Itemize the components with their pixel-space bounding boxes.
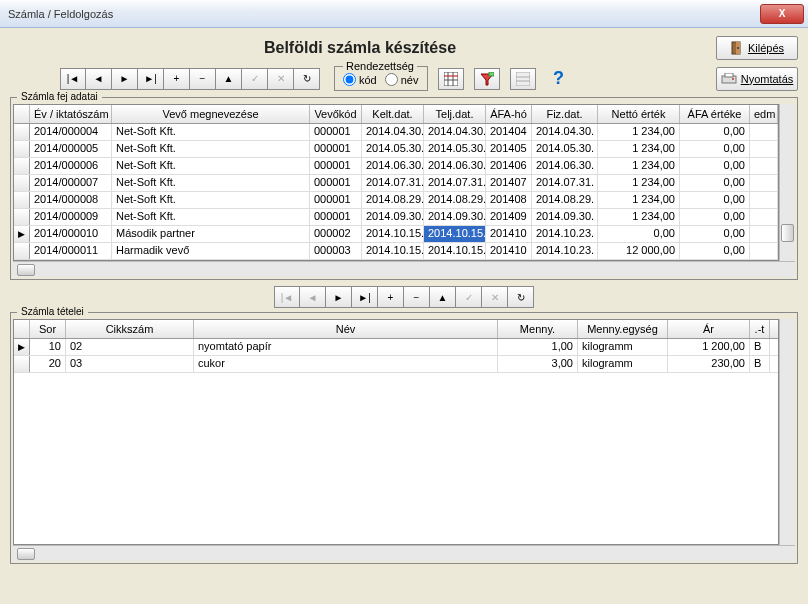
print-button[interactable]: Nyomtatás — [716, 67, 798, 91]
col-menny[interactable]: Menny. — [498, 320, 578, 338]
nav-confirm[interactable]: ✓ — [242, 68, 268, 90]
col-telj[interactable]: Telj.dat. — [424, 105, 486, 123]
det-confirm[interactable]: ✓ — [456, 286, 482, 308]
door-icon — [730, 41, 744, 55]
table-row[interactable]: 2014/000011Harmadik vevő0000032014.10.15… — [14, 243, 778, 260]
svg-rect-3 — [444, 72, 458, 86]
nav-delete[interactable]: − — [190, 68, 216, 90]
nav-next[interactable]: ► — [112, 68, 138, 90]
grid2-button[interactable] — [510, 68, 536, 90]
det-cancel[interactable]: ✕ — [482, 286, 508, 308]
det-prev[interactable]: ◄ — [300, 286, 326, 308]
det-last[interactable]: ►| — [352, 286, 378, 308]
col-kelt[interactable]: Kelt.dat. — [362, 105, 424, 123]
col-netto[interactable]: Nettó érték — [598, 105, 680, 123]
sort-groupbox: Rendezettség kód név — [334, 66, 428, 91]
col-sor[interactable]: Sor — [30, 320, 66, 338]
table-row[interactable]: ▶2014/000010Második partner0000022014.10… — [14, 226, 778, 243]
funnel-icon — [480, 72, 494, 86]
table-row[interactable]: 2014/000007Net-Soft Kft.0000012014.07.31… — [14, 175, 778, 192]
table-row[interactable]: 2014/000006Net-Soft Kft.0000012014.06.30… — [14, 158, 778, 175]
det-up[interactable]: ▲ — [430, 286, 456, 308]
exit-button[interactable]: Kilépés — [716, 36, 798, 60]
filter-button[interactable] — [474, 68, 500, 90]
header-nav-toolbar: |◄ ◄ ► ►| + − ▲ ✓ ✕ ↻ — [60, 68, 320, 90]
nav-cancel[interactable]: ✕ — [268, 68, 294, 90]
col-vevo[interactable]: Vevő megnevezése — [112, 105, 310, 123]
det-first[interactable]: |◄ — [274, 286, 300, 308]
sort-code-radio[interactable]: kód — [343, 73, 377, 86]
nav-up[interactable]: ▲ — [216, 68, 242, 90]
table-row[interactable]: 2003cukor3,00kilogramm230,00B — [14, 356, 778, 373]
detail-nav-toolbar: |◄ ◄ ► ►| + − ▲ ✓ ✕ ↻ — [274, 286, 534, 308]
header-hscroll[interactable] — [13, 261, 795, 277]
window-title: Számla / Feldolgozás — [4, 8, 758, 20]
svg-point-2 — [737, 47, 739, 49]
col-cikk[interactable]: Cikkszám — [66, 320, 194, 338]
col-egys[interactable]: Menny.egység — [578, 320, 668, 338]
col-afaho[interactable]: ÁFA-hó — [486, 105, 532, 123]
col-fiz[interactable]: Fiz.dat. — [532, 105, 598, 123]
table-row[interactable]: 2014/000004Net-Soft Kft.0000012014.04.30… — [14, 124, 778, 141]
printer-icon — [721, 73, 737, 85]
table-row[interactable]: 2014/000005Net-Soft Kft.0000012014.05.30… — [14, 141, 778, 158]
invoice-header-grid[interactable]: Év / iktatószám Vevő megnevezése Vevőkód… — [13, 104, 779, 261]
col-t[interactable]: .-t — [750, 320, 770, 338]
det-refresh[interactable]: ↻ — [508, 286, 534, 308]
detail-hscroll[interactable] — [13, 545, 795, 561]
det-delete[interactable]: − — [404, 286, 430, 308]
titlebar: Számla / Feldolgozás X — [0, 0, 808, 28]
col-edm[interactable]: edm — [750, 105, 778, 123]
header-groupbox: Számla fej adatai Év / iktatószám Vevő m… — [10, 97, 798, 280]
sort-name-radio[interactable]: név — [385, 73, 419, 86]
nav-add[interactable]: + — [164, 68, 190, 90]
detail-groupbox: Számla tételei Sor Cikkszám Név Menny. M… — [10, 312, 798, 564]
svg-rect-8 — [489, 72, 494, 76]
table-row[interactable]: 2014/000009Net-Soft Kft.0000012014.09.30… — [14, 209, 778, 226]
nav-last[interactable]: ►| — [138, 68, 164, 90]
invoice-detail-grid[interactable]: Sor Cikkszám Név Menny. Menny.egység Ár … — [13, 319, 779, 545]
svg-rect-13 — [725, 73, 733, 77]
det-add[interactable]: + — [378, 286, 404, 308]
col-ar[interactable]: Ár — [668, 320, 750, 338]
col-iktato[interactable]: Év / iktatószám — [30, 105, 112, 123]
nav-prev[interactable]: ◄ — [86, 68, 112, 90]
col-nev[interactable]: Név — [194, 320, 498, 338]
page-title: Belföldi számla készítése — [10, 39, 710, 57]
svg-point-14 — [732, 78, 734, 80]
detail-vscroll[interactable] — [779, 319, 795, 545]
help-button[interactable]: ? — [546, 68, 572, 90]
header-vscroll[interactable] — [779, 104, 795, 261]
col-vevokod[interactable]: Vevőkód — [310, 105, 362, 123]
nav-first[interactable]: |◄ — [60, 68, 86, 90]
table-row[interactable]: ▶1002nyomtató papír1,00kilogramm1 200,00… — [14, 339, 778, 356]
nav-refresh[interactable]: ↻ — [294, 68, 320, 90]
grid-icon-button[interactable] — [438, 68, 464, 90]
table-row[interactable]: 2014/000008Net-Soft Kft.0000012014.08.29… — [14, 192, 778, 209]
svg-rect-9 — [516, 72, 530, 86]
grid-icon — [444, 72, 458, 86]
table-icon — [516, 72, 530, 86]
close-button[interactable]: X — [760, 4, 804, 24]
det-next[interactable]: ► — [326, 286, 352, 308]
col-afaertek[interactable]: ÁFA értéke — [680, 105, 750, 123]
